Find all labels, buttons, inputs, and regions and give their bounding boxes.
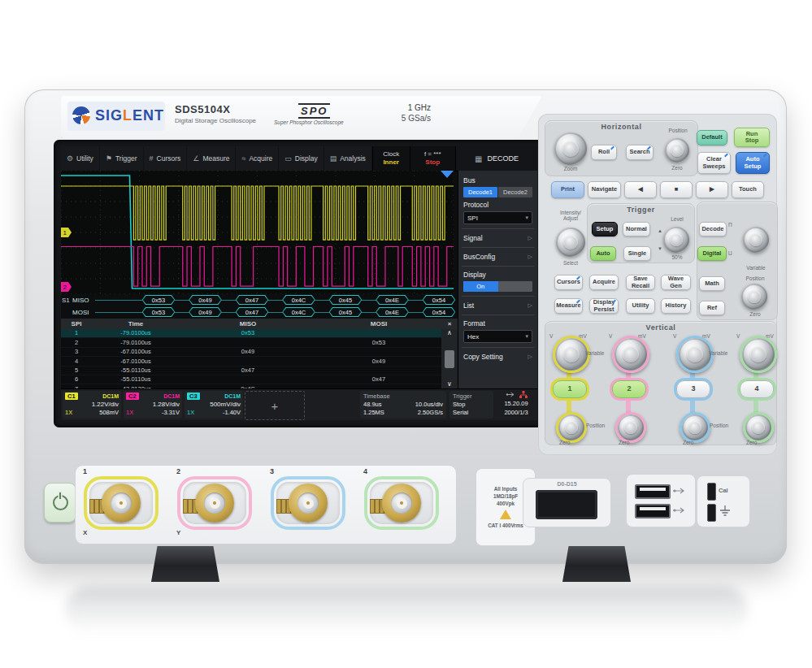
nav-prev-button[interactable]: ◀ xyxy=(624,181,657,198)
intensity-adjust-knob[interactable] xyxy=(556,228,585,257)
channel-4-scale-knob[interactable] xyxy=(740,336,777,373)
navigate-button[interactable]: Navigate xyxy=(588,181,621,198)
stand-foot-left xyxy=(151,546,219,582)
search-button[interactable]: Search xyxy=(626,145,654,160)
channel-3-position-knob[interactable] xyxy=(680,412,710,443)
channel-2-button[interactable]: 2 xyxy=(612,380,646,398)
channel-status-c1[interactable]: C1DC1M1.22V/div1X508mV xyxy=(63,391,121,419)
cursors-button[interactable]: Cursors xyxy=(554,275,583,290)
nav-next-button[interactable]: ▶ xyxy=(696,181,728,198)
channel-3-button[interactable]: 3 xyxy=(676,380,710,398)
channel-status-c2[interactable]: C2DC1M1.28V/div1X-3.31V xyxy=(124,391,182,419)
menu-item-trigger[interactable]: ⚑Trigger xyxy=(100,146,144,171)
menu-item-cursors[interactable]: #Cursors xyxy=(144,146,188,171)
touch-button[interactable]: Touch xyxy=(732,181,764,198)
bnc-connector-4[interactable] xyxy=(364,476,439,530)
trigger-single-button[interactable]: Single xyxy=(623,246,651,261)
trigger-setup-button[interactable]: Setup xyxy=(592,222,618,236)
frequency-counter-box[interactable]: f = *** Stop xyxy=(410,146,455,171)
horizontal-position-knob[interactable] xyxy=(665,138,689,163)
table-row[interactable]: 4-67.0100us0x49 xyxy=(61,357,458,366)
horizontal-scale-knob[interactable] xyxy=(554,132,587,165)
table-row[interactable]: 3-67.0100us0x49 xyxy=(61,348,458,357)
wave-gen-button[interactable]: Wave Gen xyxy=(661,275,691,290)
display-toggle[interactable]: On xyxy=(463,281,532,292)
acquire-button[interactable]: Acquire xyxy=(589,275,619,290)
table-row[interactable]: 5-55.0110us0x47 xyxy=(61,367,458,375)
tab-decode2[interactable]: Decode2 xyxy=(498,187,532,197)
cal-port[interactable] xyxy=(707,483,716,501)
trigger-normal-button[interactable]: Normal xyxy=(623,222,650,236)
t-zero-label: Zero xyxy=(740,311,771,317)
usb-port-2[interactable] xyxy=(635,504,671,518)
channel-1-button[interactable]: 1 xyxy=(553,380,587,398)
list-menu-item[interactable]: List ▷ xyxy=(463,301,532,310)
bnc-connector-2[interactable] xyxy=(177,476,252,530)
math-button[interactable]: Math xyxy=(699,276,725,291)
channel-1-position-knob[interactable] xyxy=(556,412,587,443)
trigger-position-knob[interactable] xyxy=(741,284,767,310)
power-button[interactable] xyxy=(44,483,76,523)
protocol-select[interactable]: SPI ▾ xyxy=(463,211,532,224)
scroll-up-icon[interactable]: ∧ xyxy=(447,330,452,336)
bnc-connector-1[interactable] xyxy=(84,476,158,530)
trigger-level-knob[interactable] xyxy=(663,227,689,253)
measure-button[interactable]: Measure xyxy=(554,298,583,314)
usb-port-1[interactable] xyxy=(635,484,671,499)
variable-knob[interactable] xyxy=(743,227,769,253)
busconfig-menu-item[interactable]: BusConfig ▷ xyxy=(463,253,532,261)
channel-status-c3[interactable]: C3DC1M500mV/div1X-1.40V xyxy=(185,391,243,419)
channel-tag: C2 xyxy=(126,393,139,400)
display-persist-button[interactable]: Display Persist xyxy=(589,298,619,314)
menu-item-acquire[interactable]: ≈Acquire xyxy=(236,146,279,171)
roll-button[interactable]: Roll xyxy=(591,145,617,160)
digital-button[interactable]: Digital xyxy=(697,246,727,261)
ref-button[interactable]: Ref xyxy=(699,301,725,315)
table-row[interactable]: 1-79.0100us0x53 xyxy=(61,329,458,338)
digital-probe-port[interactable]: D0-D15 xyxy=(523,478,611,527)
scrollbar-thumb[interactable] xyxy=(445,350,454,368)
timebase-box[interactable]: Timebase 48.9us10.0us/div 1.25MS2.50GS/s xyxy=(360,391,446,419)
menu-item-analysis[interactable]: ▤Analysis xyxy=(324,146,372,171)
run-stop-button[interactable]: Run Stop xyxy=(734,128,770,147)
utility-button[interactable]: Utility xyxy=(626,298,655,314)
bnc-connector-3[interactable] xyxy=(271,476,345,530)
scroll-down-icon[interactable]: ∨ xyxy=(447,381,452,388)
clear-sweeps-button[interactable]: Clear Sweeps xyxy=(697,152,731,174)
tab-decode1[interactable]: Decode1 xyxy=(463,187,497,197)
menu-item-utility[interactable]: ⚙Utility xyxy=(61,146,100,171)
menu-item-display[interactable]: ▭Display xyxy=(279,146,323,171)
channel-4-position-knob[interactable] xyxy=(743,412,774,443)
nav-stop-button[interactable]: ■ xyxy=(660,181,693,198)
trigger-status-box[interactable]: Trigger Stop Serial xyxy=(449,391,493,419)
history-button[interactable]: History xyxy=(661,298,691,314)
clock-date: 2000/1/3 xyxy=(497,409,536,416)
ground-port[interactable] xyxy=(707,504,716,522)
waveform-plot[interactable]: 12 xyxy=(61,171,454,294)
table-scrollbar[interactable]: ∧ ∨ xyxy=(441,329,458,388)
trigger-icon: ⚑ xyxy=(106,154,112,163)
menu-item-measure[interactable]: ∠Measure xyxy=(187,146,236,171)
cursors-icon: # xyxy=(150,154,154,163)
signal-menu-item[interactable]: Signal ▷ xyxy=(463,234,532,242)
auto-setup-button[interactable]: Auto Setup xyxy=(736,152,770,174)
save-recall-button[interactable]: Save Recall xyxy=(626,275,655,290)
channel-2-scale-knob[interactable] xyxy=(612,336,649,373)
close-icon[interactable]: × xyxy=(441,320,458,327)
decode-frame: 0x47 xyxy=(233,295,271,305)
add-channel-box[interactable]: + xyxy=(245,391,305,420)
trigger-auto-button[interactable]: Auto xyxy=(590,246,616,261)
channel-4-button[interactable]: 4 xyxy=(740,380,774,398)
print-button[interactable]: Print xyxy=(551,181,584,198)
format-select[interactable]: Hex ▾ xyxy=(463,330,532,343)
decode-button[interactable]: Decode xyxy=(699,222,727,236)
table-row[interactable]: 6-55.0110us0x47 xyxy=(61,375,458,384)
decode-menu-button[interactable]: ▦ DECODE xyxy=(455,146,537,171)
channel-2-position-knob[interactable] xyxy=(615,412,646,443)
v-zero-label: Zero xyxy=(559,440,570,445)
model-number: SDS5104X xyxy=(175,103,230,115)
clock-status-box[interactable]: Clock Inner xyxy=(372,146,410,171)
table-row[interactable]: 2-79.0100us0x53 xyxy=(61,338,458,347)
copy-setting-menu-item[interactable]: Copy Setting ▷ xyxy=(463,353,532,361)
default-button[interactable]: Default xyxy=(697,130,727,145)
